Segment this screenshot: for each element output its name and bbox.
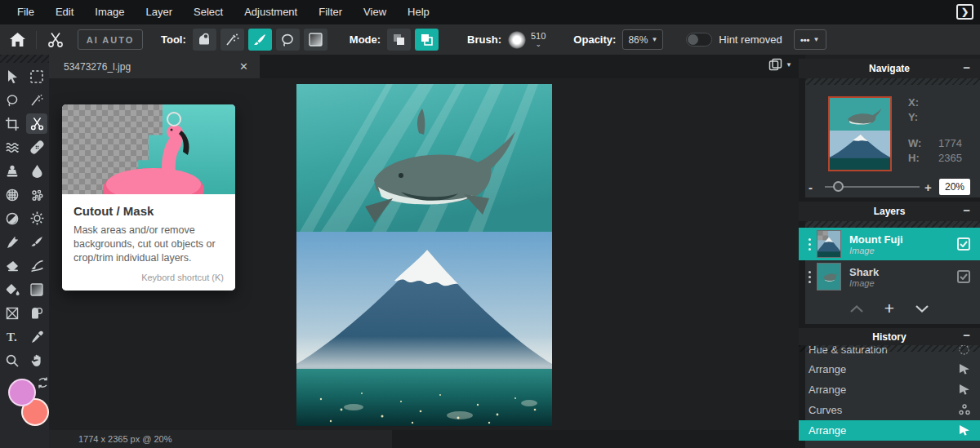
- layer-row-mount-fuji[interactable]: Mount Fuji Image: [799, 228, 980, 260]
- history-item-label: Arrange: [808, 384, 846, 396]
- menu-edit[interactable]: Edit: [45, 0, 84, 24]
- history-panel-header[interactable]: History −: [799, 328, 980, 345]
- lasso-tool-icon[interactable]: [276, 29, 300, 51]
- history-item[interactable]: Arrange: [799, 359, 980, 379]
- minimize-icon[interactable]: −: [963, 203, 970, 217]
- gradient-tool-icon[interactable]: [304, 29, 327, 51]
- zoom-slider-track[interactable]: [825, 186, 920, 188]
- x-value: [929, 96, 962, 109]
- y-value: [929, 111, 962, 123]
- menu-layer[interactable]: Layer: [136, 0, 184, 24]
- text-tool-icon[interactable]: T.: [2, 326, 23, 347]
- canvas-area[interactable]: Cutout / Mask Mask areas and/or remove b…: [49, 78, 799, 430]
- opacity-value: 86%: [628, 34, 648, 46]
- mode-add-icon[interactable]: [415, 29, 439, 51]
- lasso-tool-icon[interactable]: [2, 90, 23, 110]
- history-item[interactable]: Curves: [799, 400, 980, 420]
- minimize-icon[interactable]: −: [963, 328, 970, 342]
- cut-scissors-icon[interactable]: [45, 29, 66, 51]
- home-icon[interactable]: [7, 29, 28, 51]
- layer-visibility-checkbox[interactable]: [957, 270, 970, 283]
- lasso-bag-tool-icon[interactable]: [193, 29, 216, 51]
- zoom-slider-row: - + 20%: [799, 176, 980, 197]
- brush-preview[interactable]: [508, 31, 526, 49]
- shape-tool-icon[interactable]: [26, 303, 47, 323]
- adjust-sun-tool-icon[interactable]: [26, 208, 47, 228]
- heal-tool-icon[interactable]: [26, 137, 47, 157]
- crop-tool-icon[interactable]: [2, 113, 23, 134]
- tab-layout-button[interactable]: ▼: [768, 58, 792, 71]
- history-item-selected[interactable]: Arrange: [799, 420, 980, 441]
- move-tool-icon[interactable]: [2, 66, 23, 86]
- hint-toggle[interactable]: [686, 33, 712, 47]
- menu-file[interactable]: File: [7, 0, 45, 24]
- mode-normal-icon[interactable]: [387, 29, 411, 51]
- zoom-tool-icon[interactable]: [2, 350, 23, 370]
- layer-row-shark[interactable]: Shark Image: [799, 260, 980, 293]
- zoom-percentage-field[interactable]: 20%: [939, 179, 970, 195]
- wand-tool-icon[interactable]: [26, 90, 47, 110]
- foreground-color-swatch[interactable]: [8, 379, 36, 406]
- zoom-slider-handle[interactable]: [833, 181, 844, 192]
- svg-text:T.: T.: [7, 330, 17, 343]
- menu-filter[interactable]: Filter: [308, 0, 353, 24]
- mount-fuji-image-layer[interactable]: [296, 232, 552, 426]
- shark-image-layer[interactable]: [296, 84, 552, 232]
- hint-removed-label: Hint removed: [719, 33, 782, 46]
- add-layer-button[interactable]: +: [884, 300, 894, 317]
- menu-select[interactable]: Select: [183, 0, 234, 24]
- brush-size-dropdown[interactable]: 510 ⌄: [531, 32, 546, 47]
- gradient-tool-icon[interactable]: [26, 279, 47, 299]
- close-icon[interactable]: ✕: [239, 60, 248, 73]
- curves-icon: [959, 404, 970, 415]
- sketch-brush-tool-icon[interactable]: [26, 232, 47, 252]
- liquify-tool-icon[interactable]: [2, 137, 23, 157]
- menu-adjustment[interactable]: Adjustment: [234, 0, 308, 24]
- history-item[interactable]: Arrange: [799, 379, 980, 400]
- magic-wand-tool-icon[interactable]: [220, 29, 244, 51]
- zoom-out-button[interactable]: -: [808, 180, 820, 194]
- document[interactable]: [296, 84, 552, 426]
- menu-view[interactable]: View: [353, 0, 397, 24]
- filter-globe-tool-icon[interactable]: [2, 184, 23, 205]
- paint-brush-tool-icon[interactable]: [26, 255, 47, 276]
- draw-brush-tool-icon[interactable]: [248, 29, 272, 51]
- move-layer-up-icon[interactable]: [850, 305, 863, 313]
- drag-handle-icon[interactable]: [802, 238, 817, 251]
- layer-type: Image: [849, 278, 879, 288]
- swap-colors-icon[interactable]: [38, 377, 48, 388]
- navigate-thumbnail[interactable]: [828, 96, 892, 171]
- hand-tool-icon[interactable]: [26, 350, 47, 370]
- document-tab[interactable]: 53473276_l.jpg ✕: [49, 55, 260, 78]
- layer-visibility-checkbox[interactable]: [957, 237, 970, 251]
- hatch-texture: [799, 221, 980, 228]
- disperse-tool-icon[interactable]: [26, 184, 47, 205]
- layer-thumbnail[interactable]: [817, 263, 841, 291]
- color-swatches: [0, 377, 49, 434]
- fill-bucket-tool-icon[interactable]: [2, 279, 23, 299]
- zoom-in-button[interactable]: +: [924, 180, 936, 194]
- opacity-dropdown[interactable]: 86% ▼: [622, 29, 663, 50]
- layer-thumbnail[interactable]: [817, 230, 841, 258]
- collapse-panel-icon[interactable]: ❯: [956, 4, 973, 20]
- cutout-tool-icon[interactable]: [26, 113, 47, 134]
- menu-help[interactable]: Help: [397, 0, 440, 24]
- blur-droplet-tool-icon[interactable]: [26, 161, 47, 181]
- eraser-tool-icon[interactable]: [2, 255, 23, 276]
- pen-tool-icon[interactable]: [2, 232, 23, 252]
- tool-options-bar: AI AUTO Tool:: [0, 24, 980, 55]
- menu-image[interactable]: Image: [84, 0, 135, 24]
- cutout-tooltip-card: Cutout / Mask Mask areas and/or remove b…: [62, 104, 235, 291]
- layers-panel-header[interactable]: Layers −: [799, 202, 980, 221]
- marquee-tool-icon[interactable]: [26, 66, 47, 86]
- eyedropper-tool-icon[interactable]: [26, 326, 47, 347]
- drag-handle-icon[interactable]: [802, 271, 817, 283]
- move-layer-down-icon[interactable]: [915, 305, 929, 313]
- clone-stamp-tool-icon[interactable]: [2, 161, 23, 181]
- dodge-burn-tool-icon[interactable]: [2, 208, 23, 228]
- minimize-icon[interactable]: −: [963, 60, 970, 74]
- navigate-panel-header[interactable]: Navigate −: [799, 59, 980, 78]
- frame-tool-icon[interactable]: [2, 303, 23, 323]
- more-options-button[interactable]: ••• ▼: [794, 29, 826, 50]
- ai-auto-button[interactable]: AI AUTO: [78, 29, 143, 50]
